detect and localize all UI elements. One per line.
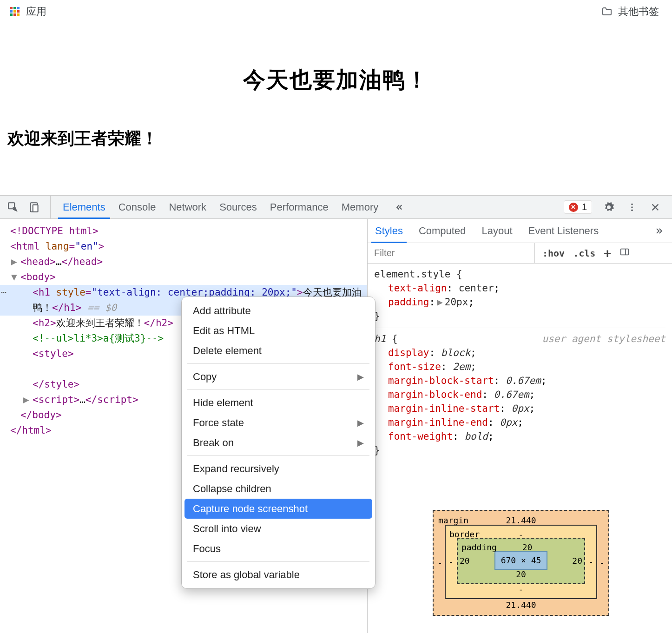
devtools-tabs: Elements Console Network Sources Perform… xyxy=(51,196,564,218)
styles-tabs-overflow-icon[interactable] xyxy=(652,224,665,237)
apps-label[interactable]: 应用 xyxy=(26,5,46,19)
tab-styles[interactable]: Styles xyxy=(375,219,403,243)
devtools-toolbar-left xyxy=(0,196,51,218)
hov-button[interactable]: :hov xyxy=(542,248,565,259)
tab-layout[interactable]: Layout xyxy=(481,219,512,243)
ctx-hide-element[interactable]: Hide element xyxy=(182,393,375,413)
devtools-toolbar-right: ✕ 1 xyxy=(564,200,672,214)
ctx-break-on[interactable]: Break on▶ xyxy=(182,433,375,453)
cls-button[interactable]: .cls xyxy=(573,248,595,259)
svg-rect-6 xyxy=(621,249,629,255)
bookmarks-left: 应用 xyxy=(10,5,46,19)
ua-stylesheet-note: user agent stylesheet xyxy=(542,332,665,346)
toggle-sidebar-icon[interactable] xyxy=(619,247,630,259)
styles-filter-bar: :hov .cls + xyxy=(368,243,672,264)
ctx-separator xyxy=(187,561,369,562)
tab-event-listeners[interactable]: Event Listeners xyxy=(528,219,599,243)
chevron-right-icon: ▶ xyxy=(357,372,364,382)
styles-tabs: Styles Computed Layout Event Listeners xyxy=(368,219,672,243)
folder-icon xyxy=(601,6,613,17)
h1-rule: user agent stylesheet h1 { display: bloc… xyxy=(374,332,665,462)
apps-icon[interactable] xyxy=(10,7,20,16)
tabs-overflow-icon[interactable] xyxy=(391,201,404,214)
svg-point-4 xyxy=(631,206,633,208)
tab-console[interactable]: Console xyxy=(119,196,156,218)
close-icon[interactable] xyxy=(649,201,662,214)
context-menu: Add attribute Edit as HTML Delete elemen… xyxy=(181,297,376,589)
dots-icon: ⋯ xyxy=(0,285,7,300)
ctx-separator xyxy=(187,363,369,364)
tab-memory[interactable]: Memory xyxy=(342,196,378,218)
ctx-scroll-into-view[interactable]: Scroll into view xyxy=(182,519,375,539)
expand-tri-icon[interactable]: ▶ xyxy=(437,295,443,309)
inspect-icon[interactable] xyxy=(7,201,20,214)
ctx-edit-html[interactable]: Edit as HTML xyxy=(182,321,375,341)
gear-icon[interactable] xyxy=(602,201,615,214)
chevron-right-icon: ▶ xyxy=(357,418,364,428)
styles-actions: :hov .cls + xyxy=(535,246,630,260)
element-style-rule: element.style { text-align: center; padd… xyxy=(374,267,665,328)
tab-computed[interactable]: Computed xyxy=(419,219,466,243)
page-heading-2: 欢迎来到王者荣耀！ xyxy=(0,127,672,150)
ctx-collapse-children[interactable]: Collapse children xyxy=(182,479,375,499)
error-badge[interactable]: ✕ 1 xyxy=(564,200,592,214)
styles-body[interactable]: element.style { text-align: center; padd… xyxy=(368,264,672,633)
chevron-right-icon: ▶ xyxy=(357,438,364,448)
styles-filter-input[interactable] xyxy=(368,243,535,263)
ctx-separator xyxy=(187,455,369,456)
error-count: 1 xyxy=(582,202,587,212)
svg-point-3 xyxy=(631,203,633,205)
tab-sources[interactable]: Sources xyxy=(219,196,257,218)
device-icon[interactable] xyxy=(28,201,41,214)
other-bookmarks-label: 其他书签 xyxy=(618,5,659,19)
ctx-separator xyxy=(187,389,369,390)
tab-performance[interactable]: Performance xyxy=(270,196,329,218)
tab-elements[interactable]: Elements xyxy=(63,196,105,218)
tab-network[interactable]: Network xyxy=(169,196,206,218)
bookmarks-right[interactable]: 其他书签 xyxy=(601,5,659,19)
ctx-capture-screenshot[interactable]: Capture node screenshot xyxy=(184,499,372,519)
ctx-store-global[interactable]: Store as global variable xyxy=(182,565,375,585)
ctx-copy[interactable]: Copy▶ xyxy=(182,367,375,387)
styles-panel: Styles Computed Layout Event Listeners :… xyxy=(367,219,672,633)
svg-rect-2 xyxy=(33,204,38,211)
page-content: 今天也要加油鸭！ 欢迎来到王者荣耀！ xyxy=(0,56,672,150)
svg-point-5 xyxy=(631,209,633,211)
ctx-force-state[interactable]: Force state▶ xyxy=(182,413,375,433)
error-circle-icon: ✕ xyxy=(569,203,578,212)
ctx-focus[interactable]: Focus xyxy=(182,539,375,559)
kebab-icon[interactable] xyxy=(626,201,639,214)
ctx-delete-element[interactable]: Delete element xyxy=(182,341,375,361)
devtools-toolbar: Elements Console Network Sources Perform… xyxy=(0,196,672,219)
box-model: margin 21.440 - - 21.440 border - - - - xyxy=(433,510,609,616)
ctx-add-attribute[interactable]: Add attribute xyxy=(182,301,375,321)
bookmarks-bar: 应用 其他书签 xyxy=(0,0,672,23)
plus-icon[interactable]: + xyxy=(604,246,611,260)
ctx-expand-recursively[interactable]: Expand recursively xyxy=(182,459,375,479)
page-heading-1: 今天也要加油鸭！ xyxy=(0,56,672,104)
doctype: <!DOCTYPE html> xyxy=(10,225,99,237)
